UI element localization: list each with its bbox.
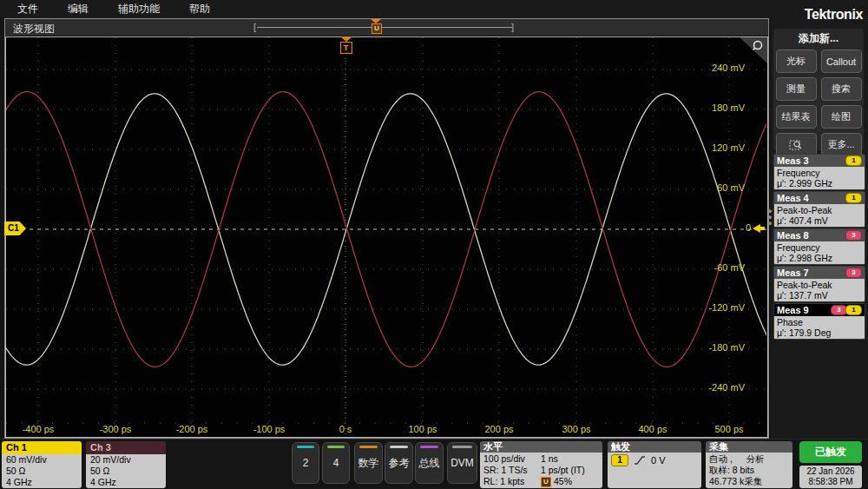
channel-4-label: 4 xyxy=(333,457,339,469)
meas-name: Meas 7 xyxy=(777,268,809,278)
menu-edit[interactable]: 编辑 xyxy=(68,2,89,17)
source-badge: 3 xyxy=(845,230,862,241)
channel-impedance: 50 Ω xyxy=(6,466,82,477)
add-new-panel: 添加新... 光标 Callout 测量 搜索 结果表 绘图 更多... xyxy=(773,29,864,150)
search-button[interactable]: 搜索 xyxy=(821,77,862,101)
record-view-right-bracket: ] xyxy=(511,22,514,33)
menu-help[interactable]: 帮助 xyxy=(189,2,210,17)
meas-type: Frequency xyxy=(777,242,862,253)
add-new-button-grid: 光标 Callout 测量 搜索 结果表 绘图 更多... xyxy=(773,50,864,156)
meas-value: μ': 137.7 mV xyxy=(777,290,862,301)
acquisition-sample: 取样: 8 bits xyxy=(709,465,789,476)
meas-value: μ': 2.998 GHz xyxy=(777,253,862,263)
meas-type: Frequency xyxy=(777,168,862,178)
meas-7-header: Meas 7 3 xyxy=(774,267,865,279)
trigger-level-marker[interactable] xyxy=(753,224,760,233)
menu-bar: 文件 编辑 辅助功能 帮助 xyxy=(0,0,771,18)
meas-3-header: Meas 3 1 xyxy=(774,155,865,167)
source-badge: 1 xyxy=(845,155,862,166)
horizontal-scale: 100 ps/div xyxy=(483,453,541,465)
meas-9-card[interactable]: Meas 9 3 1 Phase μ': 179.9 Deg xyxy=(773,303,865,340)
meas-name: Meas 3 xyxy=(777,155,809,166)
trigger-flag-label: T xyxy=(340,42,352,54)
record-view-bar[interactable] xyxy=(257,27,512,28)
trigger-level-marker-tail xyxy=(760,227,765,230)
trigger-position-marker[interactable]: T xyxy=(339,36,353,54)
channel-impedance: 50 Ω xyxy=(90,466,166,477)
bus-button[interactable]: 总线 xyxy=(415,442,444,484)
trigger-title: 触发 xyxy=(608,441,701,453)
plot-button[interactable]: 绘图 xyxy=(821,105,862,129)
time-value: 8:58:38 PM xyxy=(799,477,862,487)
acquisition-mode: 自动 , xyxy=(709,453,733,465)
dvm-button[interactable]: DVM xyxy=(447,442,477,484)
horizontal-position-icon: U xyxy=(541,477,551,487)
horizontal-window: 1 ns xyxy=(541,453,558,465)
trigger-level-value: 0 V xyxy=(651,455,666,466)
meas-name: Meas 9 xyxy=(777,305,809,315)
meas-7-card[interactable]: Meas 7 3 Peak-to-Peak μ': 137.7 mV xyxy=(773,266,865,302)
channel-scale: 60 mV/div xyxy=(6,454,82,466)
horizontal-position-marker[interactable]: U xyxy=(372,23,382,34)
meas-value: μ': 2.999 GHz xyxy=(777,178,862,188)
dvm-label: DVM xyxy=(450,457,474,469)
bus-color-stripe xyxy=(420,446,438,448)
meas-type: Peak-to-Peak xyxy=(777,205,862,215)
zoom-region-button[interactable] xyxy=(776,133,817,156)
acquisition-count: 46.773 k采集 xyxy=(709,476,789,487)
measure-button[interactable]: 测量 xyxy=(776,77,817,101)
trace-ch-3 xyxy=(6,92,766,367)
meas-value: μ': 179.9 Deg xyxy=(777,327,862,338)
meas-name: Meas 8 xyxy=(777,230,809,241)
source-badge: 3 xyxy=(845,268,862,278)
reference-color-stripe xyxy=(390,446,408,448)
horizontal-position-value: 45% xyxy=(554,476,572,487)
zoom-region-icon xyxy=(789,139,803,151)
horizontal-panel[interactable]: 水平 100 ps/div 1 ns SR: 1 TS/s 1 ps/pt (I… xyxy=(480,441,602,488)
meas-9-header: Meas 9 3 1 xyxy=(774,304,865,316)
add-new-title: 添加新... xyxy=(773,31,864,46)
bottom-bar: Ch 1 60 mV/div 50 Ω 4 GHz Ch 3 20 mV/div… xyxy=(0,439,868,489)
channel-bandwidth: 4 GHz xyxy=(6,477,82,488)
splitter-handle[interactable]: ●●● xyxy=(767,208,773,231)
acquisition-analysis: 分析 xyxy=(746,453,765,465)
triggered-status: 已触发 xyxy=(799,441,862,463)
reference-label: 参考 xyxy=(389,456,410,471)
meas-type: Peak-to-Peak xyxy=(777,280,862,290)
callout-button[interactable]: Callout xyxy=(821,50,862,73)
channel-2-color-stripe xyxy=(297,446,314,448)
channel-4-button[interactable]: 4 xyxy=(322,442,350,484)
datetime-display: 22 Jan 2026 8:58:38 PM xyxy=(799,466,862,488)
oscilloscope-app: 文件 编辑 辅助功能 帮助 波形视图 [ ] U T C1 xyxy=(0,0,868,489)
rising-edge-icon xyxy=(634,455,646,466)
graticule xyxy=(5,36,768,438)
waveform-view-title: 波形视图 xyxy=(13,22,55,36)
channel-bandwidth: 4 GHz xyxy=(90,477,166,488)
more-button[interactable]: 更多... xyxy=(821,133,862,156)
tektronix-logo: Tektronix xyxy=(805,7,863,23)
acquisition-panel[interactable]: 采集 自动 , 分析 取样: 8 bits 46.773 k采集 xyxy=(706,441,792,488)
sample-rate: SR: 1 TS/s xyxy=(483,465,541,476)
date-value: 22 Jan 2026 xyxy=(799,466,862,477)
math-button[interactable]: 数学 xyxy=(354,442,383,484)
menu-utility[interactable]: 辅助功能 xyxy=(118,2,160,17)
meas-8-card[interactable]: Meas 8 3 Frequency μ': 2.998 GHz xyxy=(773,228,865,265)
trigger-source-badge: 1 xyxy=(611,454,628,466)
channel-3-badge[interactable]: Ch 3 20 mV/div 50 Ω 4 GHz xyxy=(86,441,166,488)
menu-file[interactable]: 文件 xyxy=(17,2,38,17)
meas-4-header: Meas 4 1 xyxy=(774,192,865,204)
trigger-panel[interactable]: 触发 1 0 V xyxy=(608,441,701,488)
waveform-titlebar: 波形视图 [ ] U xyxy=(5,19,768,36)
reference-button[interactable]: 参考 xyxy=(385,442,413,484)
cursor-button[interactable]: 光标 xyxy=(776,50,817,73)
dvm-color-stripe xyxy=(452,446,472,448)
meas-4-card[interactable]: Meas 4 1 Peak-to-Peak μ': 407.4 mV xyxy=(773,191,865,228)
right-sidebar: Tektronix 添加新... 光标 Callout 测量 搜索 结果表 绘图… xyxy=(771,0,868,489)
results-table-button[interactable]: 结果表 xyxy=(776,105,817,129)
meas-3-card[interactable]: Meas 3 1 Frequency μ': 2.999 GHz xyxy=(773,154,865,190)
waveform-plot xyxy=(6,37,766,436)
meas-8-header: Meas 8 3 xyxy=(774,229,865,241)
channel-3-header: Ch 3 xyxy=(86,441,166,454)
channel-1-badge[interactable]: Ch 1 60 mV/div 50 Ω 4 GHz xyxy=(2,441,82,488)
channel-2-button[interactable]: 2 xyxy=(292,442,319,484)
